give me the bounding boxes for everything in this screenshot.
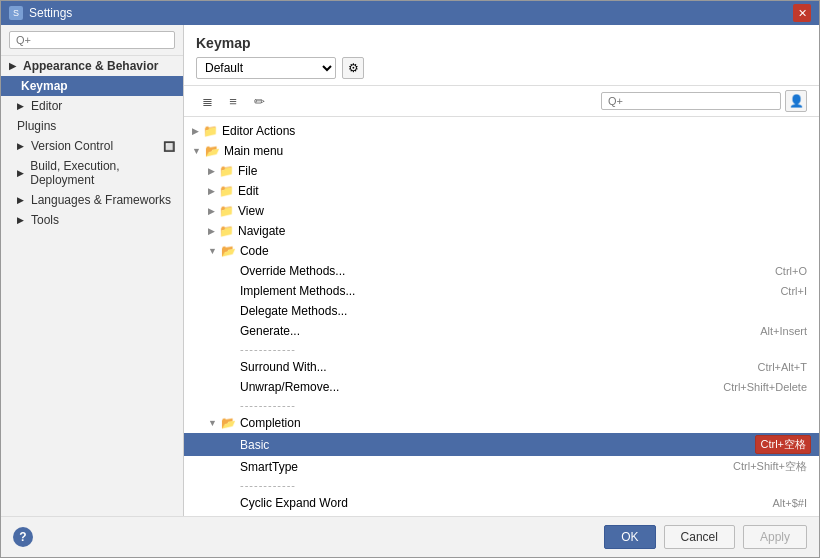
help-button[interactable]: ? xyxy=(13,527,33,547)
collapse-all-button[interactable]: ≡ xyxy=(222,90,244,112)
tree-label: View xyxy=(238,204,264,218)
sidebar-item-build[interactable]: ▶ Build, Execution, Deployment xyxy=(1,156,183,190)
chevron-icon: ▶ xyxy=(192,126,199,136)
shortcut-badge: Alt+Insert xyxy=(756,324,811,338)
chevron-icon: ▶ xyxy=(208,206,215,216)
shortcut-badge: Ctrl+Shift+Delete xyxy=(719,380,811,394)
titlebar: S Settings ✕ xyxy=(1,1,819,25)
main-header: Keymap Default ⚙ xyxy=(184,25,819,86)
pencil-icon: ✏ xyxy=(254,94,265,109)
app-icon: S xyxy=(9,6,23,20)
shortcut-badge: Ctrl+空格 xyxy=(755,435,811,454)
tree-item-cyclic[interactable]: Cyclic Expand Word Alt+$#I xyxy=(184,493,819,513)
tree-item-override[interactable]: Override Methods... Ctrl+O xyxy=(184,261,819,281)
expand-all-button[interactable]: ≣ xyxy=(196,90,218,112)
tree-item-implement[interactable]: Implement Methods... Ctrl+I xyxy=(184,281,819,301)
chevron-icon: ▶ xyxy=(17,141,27,151)
chevron-icon: ▼ xyxy=(208,418,217,428)
tree-item-view[interactable]: ▶ 📁 View xyxy=(184,201,819,221)
tree-label: File xyxy=(238,164,257,178)
tree-item-navigate[interactable]: ▶ 📁 Navigate xyxy=(184,221,819,241)
sidebar-item-plugins[interactable]: Plugins xyxy=(1,116,183,136)
tree-item-basic[interactable]: Basic Ctrl+空格 xyxy=(184,433,819,456)
chevron-icon: ▶ xyxy=(9,61,19,71)
search-input[interactable] xyxy=(601,92,781,110)
sidebar-item-version-control[interactable]: ▶ Version Control 🔲 xyxy=(1,136,183,156)
keymap-select-row: Default ⚙ xyxy=(196,57,807,79)
sidebar: ▶ Appearance & Behavior Keymap ▶ Editor … xyxy=(1,25,184,516)
settings-window: S Settings ✕ ▶ Appearance & Behavior Key… xyxy=(0,0,820,558)
tree-label: Basic xyxy=(240,438,269,452)
tree-label: SmartType xyxy=(240,460,298,474)
tree-label: Surround With... xyxy=(240,360,327,374)
tree-item-unwrap[interactable]: Unwrap/Remove... Ctrl+Shift+Delete xyxy=(184,377,819,397)
chevron-icon: ▶ xyxy=(17,168,26,178)
chevron-icon: ▶ xyxy=(17,195,27,205)
separator-1: ------------ xyxy=(184,341,819,357)
sidebar-item-appearance[interactable]: ▶ Appearance & Behavior xyxy=(1,56,183,76)
tree-label: Cyclic Expand Word xyxy=(240,496,348,510)
tree-label: Delegate Methods... xyxy=(240,304,347,318)
tree-label: Generate... xyxy=(240,324,300,338)
cancel-button[interactable]: Cancel xyxy=(664,525,735,549)
keymap-tree[interactable]: ▶ 📁 Editor Actions ▼ 📂 Main menu xyxy=(184,117,819,516)
sidebar-search-input[interactable] xyxy=(9,31,175,49)
chevron-icon: ▶ xyxy=(17,215,27,225)
folder-icon: 📁 xyxy=(203,124,218,138)
folder-icon: 📁 xyxy=(219,164,234,178)
tree-item-generate[interactable]: Generate... Alt+Insert xyxy=(184,321,819,341)
collapse-icon: ≡ xyxy=(229,94,237,109)
tree-label: Code xyxy=(240,244,269,258)
tree-item-smarttype[interactable]: SmartType Ctrl+Shift+空格 xyxy=(184,456,819,477)
ok-button[interactable]: OK xyxy=(604,525,655,549)
main-panel: Keymap Default ⚙ ≣ ≡ ✏ xyxy=(184,25,819,516)
tree-item-editor-actions[interactable]: ▶ 📁 Editor Actions xyxy=(184,121,819,141)
tree-item-completion[interactable]: ▼ 📂 Completion xyxy=(184,413,819,433)
window-title: Settings xyxy=(29,6,72,20)
edit-button[interactable]: ✏ xyxy=(248,90,270,112)
sidebar-item-keymap[interactable]: Keymap xyxy=(1,76,183,96)
sidebar-item-editor[interactable]: ▶ Editor xyxy=(1,96,183,116)
toolbar-search: 👤 xyxy=(601,90,807,112)
footer: ? OK Cancel Apply xyxy=(1,516,819,557)
tree-item-delegate[interactable]: Delegate Methods... xyxy=(184,301,819,321)
titlebar-left: S Settings xyxy=(9,6,72,20)
footer-left: ? xyxy=(13,527,33,547)
panel-title: Keymap xyxy=(196,35,807,51)
tree-label: Main menu xyxy=(224,144,283,158)
person-button[interactable]: 👤 xyxy=(785,90,807,112)
folder-icon: 📁 xyxy=(219,204,234,218)
sidebar-item-languages[interactable]: ▶ Languages & Frameworks xyxy=(1,190,183,210)
chevron-icon: ▶ xyxy=(208,186,215,196)
tree-item-file[interactable]: ▶ 📁 File xyxy=(184,161,819,181)
tree-item-code[interactable]: ▼ 📂 Code xyxy=(184,241,819,261)
tree-label: Unwrap/Remove... xyxy=(240,380,339,394)
chevron-icon: ▼ xyxy=(208,246,217,256)
chevron-icon: ▶ xyxy=(208,226,215,236)
tree-item-surround[interactable]: Surround With... Ctrl+Alt+T xyxy=(184,357,819,377)
gear-button[interactable]: ⚙ xyxy=(342,57,364,79)
shortcut-badge: Alt+$#I xyxy=(768,496,811,510)
apply-button[interactable]: Apply xyxy=(743,525,807,549)
separator-3: ------------ xyxy=(184,477,819,493)
vc-icon: 🔲 xyxy=(163,141,175,152)
folder-icon: 📂 xyxy=(205,144,220,158)
close-button[interactable]: ✕ xyxy=(793,4,811,22)
shortcut-badge: Ctrl+Shift+空格 xyxy=(729,458,811,475)
toolbar: ≣ ≡ ✏ 👤 xyxy=(184,86,819,117)
main-content: ▶ Appearance & Behavior Keymap ▶ Editor … xyxy=(1,25,819,516)
tree-label: Completion xyxy=(240,416,301,430)
folder-icon: 📁 xyxy=(219,184,234,198)
tree-item-main-menu[interactable]: ▼ 📂 Main menu xyxy=(184,141,819,161)
expand-icon: ≣ xyxy=(202,94,213,109)
sidebar-search-box xyxy=(1,25,183,56)
folder-icon: 📁 xyxy=(219,224,234,238)
chevron-icon: ▼ xyxy=(192,146,201,156)
chevron-icon: ▶ xyxy=(17,101,27,111)
sidebar-item-tools[interactable]: ▶ Tools xyxy=(1,210,183,230)
tree-label: Override Methods... xyxy=(240,264,345,278)
tree-item-edit[interactable]: ▶ 📁 Edit xyxy=(184,181,819,201)
keymap-dropdown[interactable]: Default xyxy=(196,57,336,79)
separator-2: ------------ xyxy=(184,397,819,413)
person-icon: 👤 xyxy=(789,94,804,108)
